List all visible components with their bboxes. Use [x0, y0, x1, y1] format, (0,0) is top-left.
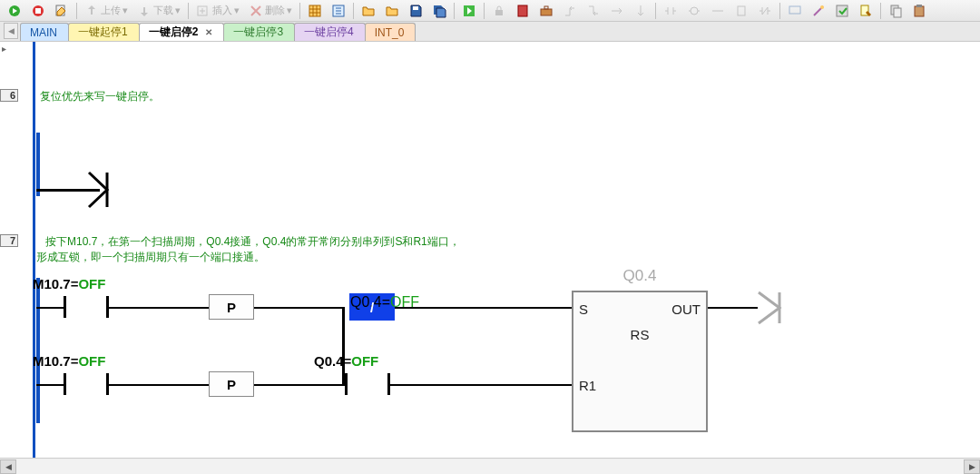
fb-icon[interactable]: [730, 2, 752, 20]
svg-rect-20: [894, 8, 901, 17]
svg-rect-12: [544, 6, 548, 9]
svg-rect-2: [35, 8, 41, 14]
scroll-right-button[interactable]: ▶: [964, 459, 980, 474]
contact-icon[interactable]: [660, 2, 681, 20]
coil-icon[interactable]: [683, 2, 705, 20]
delete-button[interactable]: 删除 ▾: [245, 2, 296, 20]
not-icon[interactable]: [754, 2, 776, 20]
folder-open-icon[interactable]: [358, 2, 379, 20]
book-icon[interactable]: [512, 2, 534, 20]
edit-icon[interactable]: [51, 2, 73, 20]
upload-button[interactable]: 上传 ▾: [81, 2, 132, 20]
insert-button[interactable]: 插入 ▾: [192, 2, 243, 20]
rung-terminator-icon: [87, 171, 113, 209]
scroll-track[interactable]: [16, 459, 964, 474]
vars-icon[interactable]: [328, 2, 349, 20]
tab-int0[interactable]: INT_0: [365, 23, 416, 41]
fb-name: RS: [573, 327, 706, 342]
rung-6[interactable]: 复位优先来写一键启停。: [36, 89, 975, 225]
tab-program-4[interactable]: 一键启停4: [294, 23, 366, 41]
saveall-icon[interactable]: [428, 2, 450, 20]
svg-rect-15: [789, 6, 800, 14]
line-icon[interactable]: [707, 2, 729, 20]
save-icon[interactable]: [405, 2, 426, 20]
left-power-rail: [33, 42, 35, 458]
tab-scroll-left[interactable]: ◀: [4, 23, 18, 39]
svg-point-13: [691, 7, 698, 15]
toolbox-icon[interactable]: [535, 2, 557, 20]
play-icon[interactable]: [4, 2, 25, 20]
svg-rect-7: [413, 6, 418, 10]
fb-port-s: S: [579, 301, 588, 317]
tab-main[interactable]: MAIN: [20, 23, 69, 41]
svg-rect-14: [738, 6, 745, 15]
rung-6-comment: 复位优先来写一键启停。: [40, 89, 160, 104]
tab-program-2-active[interactable]: 一键启停2✕: [139, 23, 225, 41]
settings-icon[interactable]: [831, 2, 853, 20]
svg-rect-10: [518, 5, 527, 16]
fb-port-r1: R1: [579, 378, 596, 393]
toolbar: 上传 ▾ 下载 ▾ 插入 ▾ 删除 ▾: [0, 0, 980, 22]
horizontal-scrollbar[interactable]: ◀ ▶: [0, 458, 980, 474]
folder-new-icon[interactable]: [381, 2, 403, 20]
copy-icon[interactable]: [885, 2, 906, 20]
branch-down-icon[interactable]: [583, 2, 604, 20]
rung-7-comment: 按下M10.7，在第一个扫描周期，Q0.4接通，Q0.4的常开常闭分别串列到S和…: [36, 234, 460, 265]
svg-point-16: [820, 5, 824, 9]
wire-down-icon[interactable]: [630, 2, 652, 20]
svg-rect-9: [495, 10, 503, 15]
note-edit-icon[interactable]: [855, 2, 877, 20]
branch-up-icon[interactable]: [559, 2, 581, 20]
tab-program-3[interactable]: 一键启停3: [223, 23, 295, 41]
tab-program-1[interactable]: 一键起停1: [68, 23, 140, 41]
stop-icon[interactable]: [27, 2, 49, 20]
tab-bar: ◀ MAIN 一键起停1 一键启停2✕ 一键启停3 一键启停4 INT_0: [0, 22, 980, 42]
positive-edge-box-2[interactable]: P: [209, 371, 254, 397]
rung-number-6[interactable]: 6: [0, 89, 18, 102]
ladder-editor[interactable]: ▸ 6 7 复位优先来写一键启停。 按下M10.7，在第一个扫描周期，Q0.4接…: [0, 42, 980, 458]
go-icon[interactable]: [458, 2, 480, 20]
rung-7[interactable]: 按下M10.7，在第一个扫描周期，Q0.4接通，Q0.4的常开常闭分别串列到S和…: [36, 234, 975, 452]
positive-edge-box-1[interactable]: P: [209, 294, 254, 320]
svg-rect-22: [916, 5, 922, 7]
output-coil[interactable]: [756, 291, 785, 325]
rs-function-block[interactable]: Q0.4 S OUT RS R1: [572, 291, 708, 432]
svg-rect-5: [309, 5, 320, 16]
paste-icon[interactable]: [908, 2, 930, 20]
expand-handle[interactable]: ▸: [2, 44, 6, 54]
comment-icon[interactable]: [784, 2, 806, 20]
magic-icon[interactable]: [808, 2, 829, 20]
contact-nc-selected[interactable]: / Q0.4=OFF: [349, 293, 395, 321]
svg-rect-11: [541, 9, 552, 15]
scroll-left-button[interactable]: ◀: [0, 459, 16, 474]
fb-output-label: Q0.4: [573, 267, 706, 285]
svg-rect-21: [915, 6, 924, 16]
table-icon[interactable]: [304, 2, 326, 20]
close-icon[interactable]: ✕: [205, 27, 212, 37]
wire-right-icon[interactable]: [606, 2, 628, 20]
lock-icon[interactable]: [488, 2, 510, 20]
rung-number-7[interactable]: 7: [0, 234, 18, 247]
download-button[interactable]: 下载 ▾: [133, 2, 184, 20]
fb-port-out: OUT: [671, 301, 701, 317]
